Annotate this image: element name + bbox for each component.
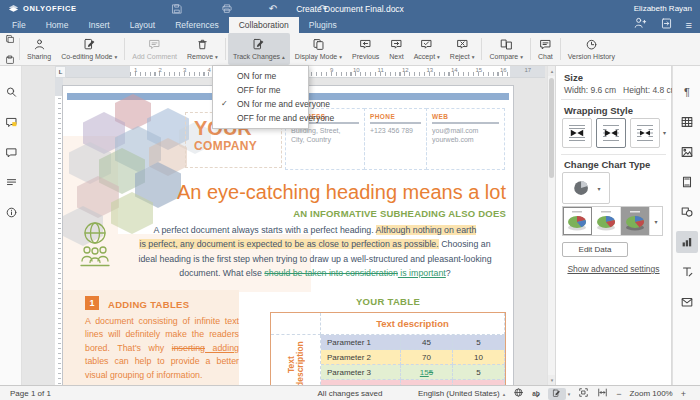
about-button[interactable] <box>3 204 19 220</box>
tab-plugins[interactable]: Plugins <box>299 17 347 33</box>
coediting-mode-button[interactable]: Co-editing Mode▾ <box>56 33 122 65</box>
table-cell[interactable]: 155 <box>401 365 453 380</box>
shape-settings-button[interactable] <box>676 201 698 223</box>
phone-label: PHONE <box>370 113 421 120</box>
chart-style-3[interactable] <box>621 207 650 235</box>
ruler-left-margin[interactable] <box>66 66 130 77</box>
next-change-button[interactable]: Next <box>384 33 408 65</box>
pie-chart-icon <box>571 177 593 199</box>
data-table[interactable]: Text description Text description Parame… <box>270 312 506 385</box>
advanced-settings-link[interactable]: Show advanced settings <box>556 264 671 274</box>
table-cell[interactable]: Parameter 1 <box>321 335 401 350</box>
tracked-deletion: inserting <box>172 343 205 353</box>
document-subheading[interactable]: AN INFORMATIVE SUBHEADING ALSO DOES <box>293 208 506 219</box>
set-language-button[interactable] <box>513 387 524 400</box>
paragraph-settings-button[interactable]: ¶ <box>676 81 698 103</box>
trash-icon <box>196 38 209 51</box>
language-selector[interactable]: English (United States)▴ <box>418 389 505 398</box>
add-user-button[interactable] <box>633 16 647 34</box>
menu-item-on-for-everyone[interactable]: ✓ON for me and everyone <box>213 97 308 111</box>
current-chart-type-button[interactable]: ▾ <box>562 172 610 204</box>
copy-button[interactable] <box>5 30 15 48</box>
table-corner-cell[interactable] <box>271 313 321 335</box>
table-cell[interactable]: 70 <box>401 350 453 365</box>
document-page[interactable]: YOUR COMPANY ADDRESS Building, Street,Ci… <box>63 86 513 385</box>
track-changes-toggle[interactable]: ▾ <box>548 388 571 400</box>
ruler-number: 16 <box>500 67 507 73</box>
previous-change-button[interactable]: Previous <box>347 33 384 65</box>
check-icon: ✓ <box>535 392 541 400</box>
chat-panel-button[interactable] <box>3 144 19 160</box>
web-cell[interactable]: WEB you@mail.comyourweb.com <box>426 108 505 170</box>
table-settings-button[interactable] <box>676 111 698 133</box>
tab-layout[interactable]: Layout <box>120 17 166 33</box>
pie-style-icon <box>564 209 590 233</box>
reject-button[interactable]: Reject▾ <box>445 33 480 65</box>
tab-references[interactable]: References <box>165 17 228 33</box>
ruler-number: 15 <box>476 67 483 73</box>
chart-settings-panel: Size Width: 9.6 cm Height: 4.8 cm Wrappi… <box>555 66 672 385</box>
tab-insert[interactable]: Insert <box>78 17 119 33</box>
chart-style-2[interactable] <box>592 207 621 235</box>
wrap-inline-button[interactable] <box>562 118 592 148</box>
ruler-number: 3 <box>183 67 186 73</box>
menu-item-off-for-everyone[interactable]: OFF for me and everyone <box>213 111 308 125</box>
table-cell[interactable]: 5 <box>453 365 505 380</box>
text-art-settings-button[interactable] <box>676 261 698 283</box>
hamburger-menu-button[interactable]: ≡ <box>686 18 692 32</box>
display-mode-button[interactable]: Display Mode▾ <box>290 33 347 65</box>
version-history-button[interactable]: Version History <box>563 33 620 65</box>
navigation-button[interactable] <box>3 174 19 190</box>
remove-button[interactable]: Remove▾ <box>182 33 223 65</box>
table-cell[interactable]: 45 <box>401 335 453 350</box>
tab-collaboration[interactable]: Collaboration <box>229 17 299 33</box>
mail-merge-button[interactable] <box>676 291 698 313</box>
document-heading[interactable]: An eye-catching heading means a lot <box>177 181 506 204</box>
section-title[interactable]: ADDING TABLES <box>108 299 189 310</box>
spell-check-button[interactable]: ab✓ <box>532 390 540 397</box>
tab-home[interactable]: Home <box>36 17 79 33</box>
header-footer-settings-button[interactable] <box>676 171 698 193</box>
table-cell[interactable]: Parameter 3 <box>321 365 401 380</box>
menu-item-on-for-me[interactable]: ON for me <box>213 69 308 83</box>
vertical-ruler[interactable] <box>55 78 63 385</box>
track-changes-button[interactable]: Track Changes▴ <box>228 33 290 65</box>
phone-cell[interactable]: PHONE +123 456 789 <box>364 108 427 170</box>
compare-icon <box>500 38 513 51</box>
table-cell[interactable]: Parameter 2 <box>321 350 401 365</box>
table-cell[interactable]: 10 <box>453 350 505 365</box>
table-cell[interactable]: 5 <box>453 335 505 350</box>
zoom-out-button[interactable]: − <box>616 389 621 399</box>
chat-button[interactable]: Chat <box>533 33 558 65</box>
search-button[interactable] <box>3 84 19 100</box>
user-name[interactable]: Elizabeth Rayan <box>634 4 692 13</box>
table-title[interactable]: YOUR TABLE <box>270 296 506 307</box>
fit-width-button[interactable] <box>597 387 608 400</box>
table-header-cell[interactable]: Text description <box>321 313 505 335</box>
panel-divider <box>561 99 666 100</box>
intro-paragraph[interactable]: A perfect document always starts with a … <box>121 223 509 280</box>
caret-down-icon: ▾ <box>654 218 657 225</box>
image-settings-button[interactable] <box>676 141 698 163</box>
wrap-square-button[interactable] <box>596 118 626 148</box>
wrap-tight-button[interactable] <box>630 118 660 148</box>
document-scrollbar[interactable]: ▴ ▾ <box>547 66 555 385</box>
chart-style-1[interactable] <box>563 207 592 235</box>
open-file-location-button[interactable] <box>660 16 673 34</box>
accept-button[interactable]: Accept▾ <box>409 33 445 65</box>
sharing-button[interactable]: Sharing <box>22 33 56 65</box>
compare-button[interactable]: Compare▾ <box>484 33 528 65</box>
chart-style-more-button[interactable]: ▾ <box>650 207 662 235</box>
table-side-label[interactable]: Text description <box>271 335 321 385</box>
comments-button[interactable] <box>3 114 19 130</box>
zoom-in-button[interactable]: + <box>681 389 686 399</box>
scrollbar-thumb[interactable] <box>549 78 554 178</box>
tab-stop-selector[interactable]: L <box>55 66 66 78</box>
zoom-level[interactable]: Zoom 100% <box>630 389 673 398</box>
section-paragraph[interactable]: A document consisting of infinite text l… <box>85 315 239 382</box>
wrap-more-button[interactable]: ▾ <box>663 129 666 136</box>
menu-item-off-for-me[interactable]: OFF for me <box>213 83 308 97</box>
fit-page-button[interactable] <box>578 387 589 400</box>
chart-settings-button[interactable] <box>676 231 698 253</box>
edit-data-button[interactable]: Edit Data <box>562 242 628 257</box>
